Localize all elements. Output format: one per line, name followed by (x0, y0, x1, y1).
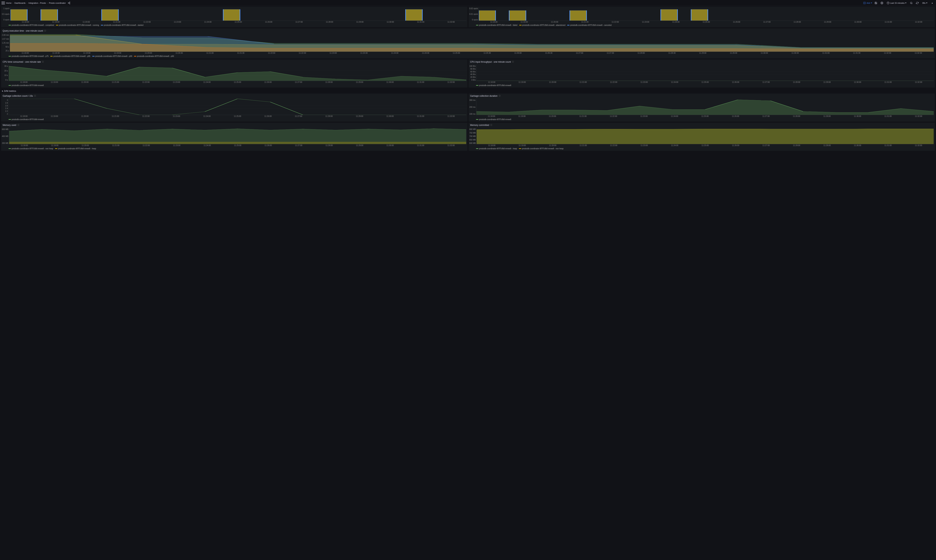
svg-point-8 (882, 3, 882, 3)
info-icon[interactable]: ⓘ (499, 95, 501, 97)
panel-gc-duration[interactable]: Garbage collection duration ⓘ 300 ms200 … (469, 94, 935, 122)
legend-item[interactable]: prestodb-coordinator-8f7f7cfb8-mrww8 - s… (101, 24, 143, 26)
x-tick: 11:18:00 (9, 81, 39, 83)
breadcrumb-folder[interactable]: Integration - Presto (28, 2, 46, 4)
svg-rect-26 (570, 11, 586, 21)
x-tick: 11:29:00 (812, 145, 842, 146)
x-tick: 11:25:30 (472, 52, 503, 54)
panel-memory-committed[interactable]: Memory committed ⓘ 800 MB750 MB700 MB650… (469, 123, 935, 151)
legend-item[interactable]: prestodb-coordinator-8f7f7cfb8-mrww8 - n… (9, 148, 53, 150)
x-tick: 11:19:00 (71, 52, 102, 54)
legend-item[interactable]: prestodb-coordinator-8f7f7cfb8-mrww8 - n… (519, 148, 563, 150)
panel-title: Memory used (3, 124, 16, 126)
y-tick: 3 (7, 99, 8, 101)
settings-icon[interactable] (880, 1, 884, 5)
y-tick: 2.6 (5, 105, 8, 107)
x-tick: 11:30:00 (842, 145, 873, 146)
y-tick: 1.25 min (2, 42, 9, 44)
row-jvm-metrics[interactable]: ▾ JVM metrics (1, 89, 935, 94)
x-tick: 11:24:00 (659, 145, 690, 146)
info-icon[interactable]: ⓘ (17, 124, 19, 126)
chevron-up-icon[interactable]: ▴ (930, 1, 934, 5)
refresh-icon[interactable] (915, 1, 919, 5)
x-tick: 11:26:30 (534, 52, 564, 54)
x-tick: 11:31:00 (406, 21, 436, 23)
x-tick: 11:19:00 (509, 21, 539, 23)
legend-item[interactable]: prestodb-coordinator-8f7f7cfb8-mrww8 - p… (134, 55, 174, 57)
panel-memory-used[interactable]: Memory used ⓘ 600 MB400 MB200 MB11:18:00… (1, 123, 467, 151)
x-tick: 11:31:00 (873, 115, 903, 117)
x-tick: 11:26:00 (720, 145, 751, 146)
panel-cpu-time[interactable]: CPU time consumed - one minute rate ⓘ 30… (1, 60, 467, 88)
legend-item[interactable]: prestodb-coordinator-8f7f7cfb8-mrww8 (9, 118, 44, 120)
info-icon[interactable]: ⓘ (42, 61, 44, 63)
x-tick: 11:30:00 (843, 21, 873, 23)
x-tick: 11:31:00 (873, 81, 903, 83)
x-tick: 11:19:30 (102, 52, 133, 54)
time-range-picker[interactable]: Last 15 minutes ▾ (886, 2, 908, 4)
legend-item[interactable]: prestodb-coordinator-8f7f7cfb8-mrww8 - p… (92, 55, 132, 57)
info-icon[interactable]: ⓘ (34, 95, 36, 97)
x-tick: 11:23:30 (348, 52, 379, 54)
chevron-down-icon: ▾ (905, 2, 907, 4)
breadcrumb-current[interactable]: Presto coordinator (49, 2, 66, 4)
legend-item[interactable]: prestodb-coordinator-8f7f7cfb8-mrww8 - a… (519, 24, 566, 26)
x-tick: 11:18:00 (476, 145, 507, 146)
share-icon[interactable] (67, 1, 71, 5)
y-tick: 0.5 ops/s (2, 13, 9, 15)
x-tick: 11:19:00 (39, 81, 69, 83)
x-tick: 11:24:00 (659, 81, 690, 83)
x-tick: 11:32:00 (436, 21, 466, 23)
x-tick: 11:26:00 (503, 52, 534, 54)
add-button[interactable]: Add ▾ (863, 2, 872, 4)
x-tick: 11:28:00 (314, 145, 344, 146)
legend-item[interactable]: prestodb-coordinator-8f7f7cfb8-mrww8 - f… (476, 24, 517, 26)
panel-title: Memory committed (470, 124, 489, 126)
legend-item[interactable]: prestodb-coordinator-8f7f7cfb8-mrww8 (476, 118, 511, 120)
breadcrumb-home[interactable]: Home (6, 2, 11, 4)
x-tick: 11:32:00 (903, 115, 934, 117)
y-tick: 50 s (5, 46, 9, 48)
x-tick: 11:32:30 (903, 52, 934, 54)
info-icon[interactable]: ⓘ (490, 124, 492, 126)
legend-label: prestodb-coordinator-8f7f7cfb8-mrww8 - c… (12, 24, 54, 26)
info-icon[interactable]: ⓘ (512, 61, 514, 63)
panel-query-exec-time[interactable]: Query execution time - one minute count … (1, 28, 935, 58)
x-tick: 11:24:00 (192, 115, 222, 117)
legend-item[interactable]: prestodb-coordinator-8f7f7cfb8-mrww8 (9, 85, 44, 86)
legend-item[interactable]: prestodb-coordinator-8f7f7cfb8-mrww8 - h… (55, 148, 96, 150)
legend-item[interactable]: prestodb-coordinator-8f7f7cfb8-mrww8 - h… (476, 148, 517, 150)
legend-item[interactable]: prestodb-coordinator-8f7f7cfb8-mrww8 - p… (9, 55, 48, 57)
info-icon[interactable]: ⓘ (44, 29, 46, 32)
x-tick: 11:26:00 (253, 21, 284, 23)
legend-item[interactable]: prestodb-coordinator-8f7f7cfb8-mrww8 (476, 85, 511, 86)
breadcrumb-dashboards[interactable]: Dashboards (14, 2, 25, 4)
svg-rect-20 (406, 9, 422, 21)
legend-item[interactable]: prestodb-coordinator-8f7f7cfb8-mrww8 - c… (9, 24, 54, 26)
legend-swatch (9, 148, 11, 149)
panel-cpu-input[interactable]: CPU input throughput - one minute count … (469, 60, 935, 88)
legend-label: prestodb-coordinator-8f7f7cfb8-mrww8 - p… (95, 55, 132, 57)
x-tick: 11:20:00 (69, 115, 100, 117)
legend-item[interactable]: prestodb-coordinator-8f7f7cfb8-mrww8 - r… (56, 24, 99, 26)
legend-label: prestodb-coordinator-8f7f7cfb8-mrww8 (479, 118, 511, 120)
legend-item[interactable]: prestodb-coordinator-8f7f7cfb8-mrww8 - p… (50, 55, 90, 57)
y-tick: 2 (7, 113, 8, 115)
x-tick: 11:19:00 (40, 145, 70, 146)
zoom-out-icon[interactable] (909, 1, 914, 5)
x-tick: 11:31:00 (811, 52, 842, 54)
y-tick: 600 MB (2, 128, 8, 130)
x-tick: 11:20:00 (537, 115, 568, 117)
panel-gc-count[interactable]: Garbage collection count / 15s ⓘ 32.82.6… (1, 94, 467, 122)
x-tick: 11:30:00 (375, 145, 405, 146)
x-tick: 11:21:00 (568, 81, 598, 83)
svg-point-1 (68, 3, 69, 3)
save-icon[interactable] (874, 1, 878, 5)
refresh-interval[interactable]: 30s ▾ (921, 2, 928, 4)
legend-swatch (55, 148, 57, 149)
panel-ops-failed[interactable]: 0.02 ops/s0.01 ops/s0 ops/s11:18:0011:19… (469, 7, 935, 27)
legend-item[interactable]: prestodb-coordinator-8f7f7cfb8-mrww8 - c… (567, 24, 612, 26)
svg-rect-28 (691, 9, 708, 21)
panel-ops-completed[interactable]: 1 ops/s0.5 ops/s0 ops/s11:18:0011:19:001… (1, 7, 467, 27)
menu-icon[interactable] (2, 2, 5, 4)
